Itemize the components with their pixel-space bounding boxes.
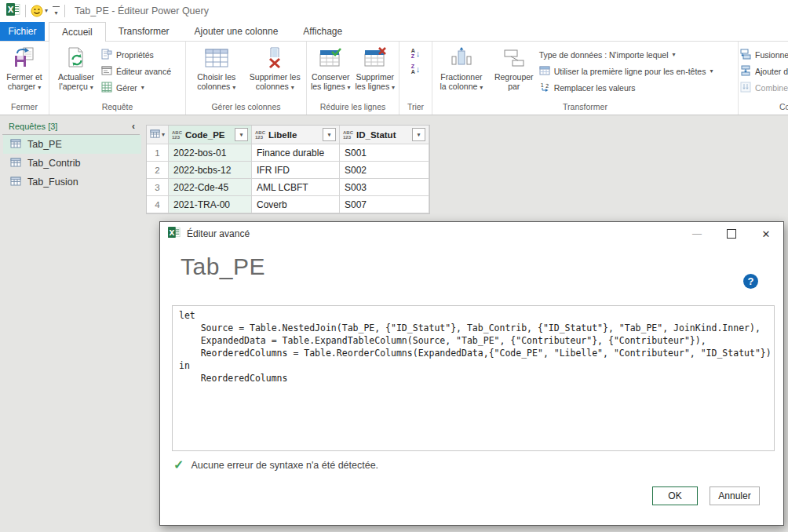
table-cell[interactable]: S002 — [340, 162, 429, 179]
group-label-reduire-lignes: Réduire les lignes — [307, 101, 399, 115]
check-icon: ✓ — [173, 457, 184, 472]
table-cell[interactable]: S003 — [340, 179, 429, 196]
table-cell[interactable]: Finance durable — [252, 144, 340, 162]
row-number[interactable]: 3 — [147, 179, 169, 196]
dialog-titlebar: X Éditeur avancé — ✕ — [160, 222, 783, 246]
ajouter-requetes-button[interactable]: Ajouter des requêtes — [740, 64, 788, 78]
filter-button[interactable]: ▾ — [235, 128, 248, 141]
filter-button[interactable]: ▾ — [323, 128, 336, 141]
table-cell[interactable]: AML LCBFT — [252, 179, 340, 196]
m-code-editor[interactable]: let Source = Table.NestedJoin(Tab_PE, {"… — [172, 305, 775, 451]
table-cell[interactable]: 2021-TRA-00 — [169, 196, 252, 213]
group-label-gerer-colonnes: Gérer les colonnes — [186, 101, 306, 115]
chevron-down-icon: ▾ — [418, 132, 421, 138]
ribbon-tabs: Fichier Accueil Transformer Ajouter une … — [0, 22, 788, 42]
syntax-status: ✓ Aucune erreur de syntaxe n'a été détec… — [173, 457, 378, 472]
sort-descending-button[interactable]: ZA ↓ — [411, 64, 421, 75]
excel-logo-icon: X — [168, 226, 181, 242]
collapse-pane-icon[interactable]: ‹ — [132, 122, 135, 130]
table-corner-button[interactable]: ▾ — [147, 126, 169, 144]
window-title: Tab_PE - Éditeur Power Query — [75, 5, 209, 16]
column-header-id-statut[interactable]: ABC123 ID_Statut ▾ — [340, 126, 429, 144]
query-name-heading: Tab_PE — [181, 253, 265, 280]
table-cell[interactable]: S007 — [340, 196, 429, 213]
column-header-code-pe[interactable]: ABC123 Code_PE ▾ — [169, 126, 252, 144]
supprimer-lignes-button[interactable]: Supprimer les lignes ▾ — [353, 44, 398, 93]
text-number-type-icon: ABC123 — [255, 130, 265, 140]
tab-ajouter-colonne[interactable]: Ajouter une colonne — [182, 22, 291, 41]
choisir-colonnes-button[interactable]: Choisir les colonnes ▾ — [188, 44, 246, 93]
tab-fichier[interactable]: Fichier — [0, 22, 45, 41]
combiner-fichiers-button[interactable]: Combiner les fichiers — [740, 81, 788, 95]
group-by-icon — [502, 46, 526, 71]
minimize-button[interactable]: — — [680, 222, 714, 246]
remove-columns-icon — [264, 46, 286, 71]
chevron-down-icon: ▾ — [55, 10, 58, 16]
table-icon — [10, 138, 21, 151]
ribbon-group-combiner: Fusionner Ajouter des requêtes — [739, 42, 788, 115]
dialog-title: Éditeur avancé — [187, 228, 250, 239]
column-header-libelle[interactable]: ABC123 Libelle ▾ — [252, 126, 340, 144]
chevron-down-icon: ▾ — [45, 8, 48, 14]
chevron-down-icon: ▾ — [710, 68, 713, 75]
group-label-transformer: Transformer — [432, 101, 738, 115]
titlebar-separator — [25, 5, 26, 17]
chevron-down-icon: ▾ — [328, 132, 331, 138]
table-cell[interactable]: IFR IFD — [252, 162, 340, 179]
fusionner-button[interactable]: Fusionner — [740, 48, 788, 62]
ok-button[interactable]: OK — [652, 486, 698, 505]
query-item-tab-pe[interactable]: Tab_PE — [3, 135, 141, 154]
close-button[interactable]: ✕ — [749, 222, 783, 246]
actualiser-apercu-button[interactable]: Actualiser l'aperçu ▾ — [51, 44, 101, 93]
supprimer-colonnes-button[interactable]: Supprimer les colonnes ▾ — [246, 44, 305, 93]
table-cell[interactable]: 2022-bcbs-12 — [169, 162, 252, 179]
ribbon-group-gerer-colonnes: Choisir les colonnes ▾ Supprimer les col… — [186, 42, 307, 115]
ribbon-group-trier: AZ ↓ ZA ↓ Trier — [399, 42, 432, 115]
table-cell[interactable]: 2022-Cde-45 — [169, 179, 252, 196]
filter-button[interactable]: ▾ — [412, 128, 425, 141]
m-code-text: let Source = Table.NestedJoin(Tab_PE, {"… — [173, 306, 774, 388]
proprietes-button[interactable]: Propriétés — [101, 48, 171, 62]
group-label-combiner: Combiner — [739, 101, 788, 115]
type-donnees-button[interactable]: Type de données : N'importe lequel ▾ — [539, 48, 736, 62]
group-label-trier: Trier — [399, 101, 432, 115]
table-cell[interactable]: 2022-bos-01 — [169, 144, 252, 162]
help-button[interactable]: ? — [743, 274, 758, 289]
titlebar-separator — [64, 5, 65, 17]
tab-affichage[interactable]: Affichage — [290, 22, 355, 41]
query-item-tab-contrib[interactable]: Tab_Contrib — [0, 154, 142, 173]
table-cell[interactable]: Coverb — [252, 196, 340, 213]
fermer-et-charger-button[interactable]: Fermer et charger ▾ — [5, 44, 44, 93]
chevron-down-icon: ▾ — [232, 84, 235, 91]
tab-accueil[interactable]: Accueil — [49, 22, 106, 42]
fractionner-colonne-button[interactable]: Fractionner la colonne ▾ — [434, 44, 489, 93]
table-cell[interactable]: S001 — [340, 144, 429, 162]
editeur-avance-button[interactable]: Éditeur avancé — [101, 64, 171, 78]
ribbon-group-requete: Actualiser l'aperçu ▾ Propriétés — [49, 42, 186, 115]
chevron-down-icon: ▾ — [90, 84, 93, 91]
ribbon-group-reduire-lignes: Conserver les lignes ▾ Supprimer les lig… — [307, 42, 399, 115]
svg-text:X: X — [169, 229, 174, 237]
chevron-down-icon: ▾ — [240, 132, 243, 138]
premiere-ligne-entetes-button[interactable]: Utiliser la première ligne pour les en-t… — [539, 64, 736, 78]
cancel-button[interactable]: Annuler — [710, 486, 760, 505]
maximize-button[interactable] — [714, 222, 749, 246]
manage-icon — [101, 82, 112, 94]
regrouper-par-button[interactable]: Regrouper par — [489, 44, 539, 93]
gerer-button[interactable]: Gérer ▾ — [101, 81, 171, 95]
conserver-lignes-button[interactable]: Conserver les lignes ▾ — [308, 44, 353, 93]
row-number[interactable]: 1 — [147, 144, 169, 162]
row-number[interactable]: 4 — [147, 196, 169, 213]
row-number[interactable]: 2 — [147, 162, 169, 179]
maximize-icon — [727, 229, 736, 239]
tab-transformer[interactable]: Transformer — [106, 22, 182, 41]
query-item-tab-fusion[interactable]: Tab_Fusion — [0, 173, 142, 191]
combine-files-icon — [740, 82, 751, 94]
remplacer-valeurs-button[interactable]: 1 2 Remplacer les valeurs — [539, 81, 736, 95]
qat-customize-button[interactable]: ▾ — [53, 6, 60, 16]
svg-text:X: X — [8, 5, 14, 14]
arrow-down-icon: ↓ — [416, 49, 421, 58]
qat-smiley-button[interactable]: ▾ — [31, 5, 48, 17]
group-label-fermer: Fermer — [0, 101, 49, 115]
sort-ascending-button[interactable]: AZ ↓ — [411, 48, 421, 59]
